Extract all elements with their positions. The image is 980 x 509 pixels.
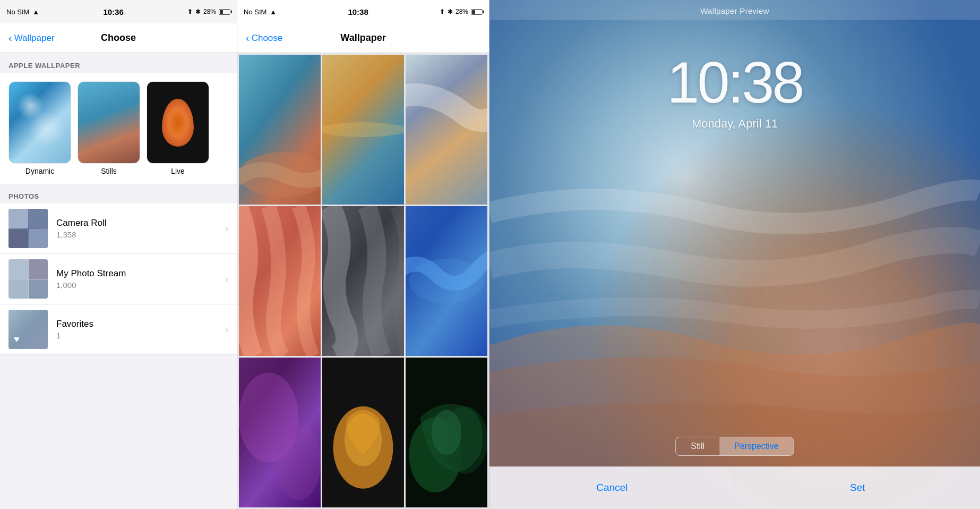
wallpaper-item-stills[interactable]: Stills xyxy=(78,81,140,175)
apple-wallpaper-header: APPLE WALLPAPER xyxy=(0,53,237,73)
panel-choose-wallpaper: No SIM ▲ 10:36 ⬆ ✱ 28% ‹ Wallpaper Choos… xyxy=(0,0,237,509)
battery-fill-p2 xyxy=(472,10,475,14)
lock-date: Monday, April 11 xyxy=(692,117,778,131)
svg-point-10 xyxy=(276,425,321,500)
bottom-action-bar: Cancel Set xyxy=(489,466,980,509)
battery-label: 28% xyxy=(203,8,216,15)
battery-label-p2: 28% xyxy=(455,8,468,15)
mosaic-tile-8[interactable] xyxy=(322,358,404,507)
location-icon-p2: ⬆ xyxy=(440,8,445,15)
wallpaper-label-stills: Stills xyxy=(101,167,117,175)
favorites-info: Favorites 1 xyxy=(56,319,225,340)
camera-roll-thumbnail xyxy=(8,209,48,248)
status-right: ⬆ ✱ 28% xyxy=(187,8,230,15)
wallpaper-thumb-stills xyxy=(78,81,140,164)
cancel-button[interactable]: Cancel xyxy=(489,466,735,509)
photo-item-stream[interactable]: My Photo Stream 1,000 › xyxy=(0,254,237,304)
photo-item-camera-roll[interactable]: Camera Roll 1,358 › xyxy=(0,203,237,254)
mosaic-tile-4[interactable] xyxy=(239,206,321,356)
stream-thumbnail xyxy=(8,259,48,299)
status-bar-panel2: No SIM ▲ 10:38 ⬆ ✱ 28% xyxy=(237,0,489,23)
time-label-p2: 10:38 xyxy=(348,7,368,16)
stream-info: My Photo Stream 1,000 xyxy=(56,268,225,290)
tile8-svg xyxy=(322,358,404,507)
stream-chevron-icon: › xyxy=(225,274,228,285)
photos-header: PHOTOS xyxy=(0,184,237,203)
favorites-thumb xyxy=(8,310,48,349)
status-left: No SIM ▲ xyxy=(6,8,39,16)
tile1-svg xyxy=(239,55,321,205)
back-label: Wallpaper xyxy=(14,33,55,44)
wallpaper-mosaic-grid xyxy=(237,53,489,509)
camera-roll-name: Camera Roll xyxy=(56,218,225,228)
camera-roll-info: Camera Roll 1,358 xyxy=(56,218,225,239)
preview-header: Wallpaper Preview xyxy=(489,0,980,20)
status-bar-panel1: No SIM ▲ 10:36 ⬆ ✱ 28% xyxy=(0,0,237,23)
carrier-label: No SIM xyxy=(6,8,29,16)
photos-list: Camera Roll 1,358 › My Photo Stream 1,00… xyxy=(0,203,237,355)
svg-point-17 xyxy=(432,410,461,455)
wallpaper-label-live: Live xyxy=(171,167,185,175)
tile9-svg xyxy=(406,358,487,507)
back-label-p2: Choose xyxy=(252,33,283,44)
set-button[interactable]: Set xyxy=(735,466,981,509)
camera-roll-chevron-icon: › xyxy=(225,223,228,234)
fish-icon xyxy=(162,99,194,147)
wifi-icon: ▲ xyxy=(32,8,39,16)
preview-header-label: Wallpaper Preview xyxy=(700,6,769,15)
stream-name: My Photo Stream xyxy=(56,268,225,279)
battery-icon xyxy=(219,9,230,15)
time-label: 10:36 xyxy=(103,7,123,16)
mosaic-tile-5[interactable] xyxy=(322,206,404,356)
back-chevron-icon-p2: ‹ xyxy=(246,32,250,44)
tile4-svg xyxy=(239,206,321,356)
favorites-chevron-icon: › xyxy=(225,324,228,335)
favorites-thumbnail xyxy=(8,310,48,349)
location-icon: ⬆ xyxy=(187,8,193,15)
favorites-name: Favorites xyxy=(56,319,225,329)
mosaic-tile-2[interactable] xyxy=(322,55,404,205)
tile6-svg xyxy=(406,206,487,356)
page-title-p2: Wallpaper xyxy=(340,32,385,44)
back-button[interactable]: ‹ Wallpaper xyxy=(8,32,55,44)
tile7-svg xyxy=(239,358,321,507)
wallpaper-item-live[interactable]: Live xyxy=(147,81,209,175)
wallpaper-thumb-dynamic xyxy=(8,81,71,164)
still-perspective-toggle: Still Perspective xyxy=(675,437,794,456)
stream-thumb-grid xyxy=(8,259,48,299)
panel-wallpaper-preview: Wallpaper Preview 10:38 Monday, April 11… xyxy=(489,0,980,509)
wallpaper-thumb-live xyxy=(147,81,209,164)
status-right-p2: ⬆ ✱ 28% xyxy=(440,8,483,15)
mosaic-tile-6[interactable] xyxy=(406,206,487,356)
camera-thumb-grid xyxy=(8,209,48,248)
wifi-icon-p2: ▲ xyxy=(270,8,277,16)
svg-point-7 xyxy=(409,259,484,304)
panel-wallpaper-stills: No SIM ▲ 10:38 ⬆ ✱ 28% ‹ Choose Wallpape… xyxy=(237,0,489,509)
carrier-label-p2: No SIM xyxy=(244,8,267,16)
apple-wallpaper-grid: Dynamic Stills Live xyxy=(0,73,237,184)
wallpaper-item-dynamic[interactable]: Dynamic xyxy=(8,81,71,175)
live-thumbnail xyxy=(147,82,209,163)
nav-bar-panel1: ‹ Wallpaper Choose xyxy=(0,23,237,53)
mosaic-tile-3[interactable] xyxy=(406,55,487,205)
tile5-svg xyxy=(322,206,404,356)
toggle-perspective[interactable]: Perspective xyxy=(719,437,794,455)
mosaic-tile-9[interactable] xyxy=(406,358,487,507)
nav-bar-panel2: ‹ Choose Wallpaper xyxy=(237,23,489,53)
camera-roll-count: 1,358 xyxy=(56,230,225,239)
back-button-p2[interactable]: ‹ Choose xyxy=(246,32,282,44)
photo-item-favorites[interactable]: Favorites 1 › xyxy=(0,304,237,355)
bluetooth-icon: ✱ xyxy=(195,8,201,15)
tile2-svg xyxy=(322,55,404,205)
mosaic-tile-7[interactable] xyxy=(239,358,321,507)
lock-screen-overlay: 10:38 Monday, April 11 xyxy=(489,0,980,509)
favorites-count: 1 xyxy=(56,331,225,340)
back-chevron-icon: ‹ xyxy=(8,32,12,44)
battery-fill xyxy=(220,10,223,14)
stream-count: 1,000 xyxy=(56,281,225,290)
mosaic-tile-1[interactable] xyxy=(239,55,321,205)
toggle-still[interactable]: Still xyxy=(676,437,719,455)
tile3-svg xyxy=(406,55,487,205)
stills-thumbnail xyxy=(78,82,140,163)
status-left-p2: No SIM ▲ xyxy=(244,8,277,16)
